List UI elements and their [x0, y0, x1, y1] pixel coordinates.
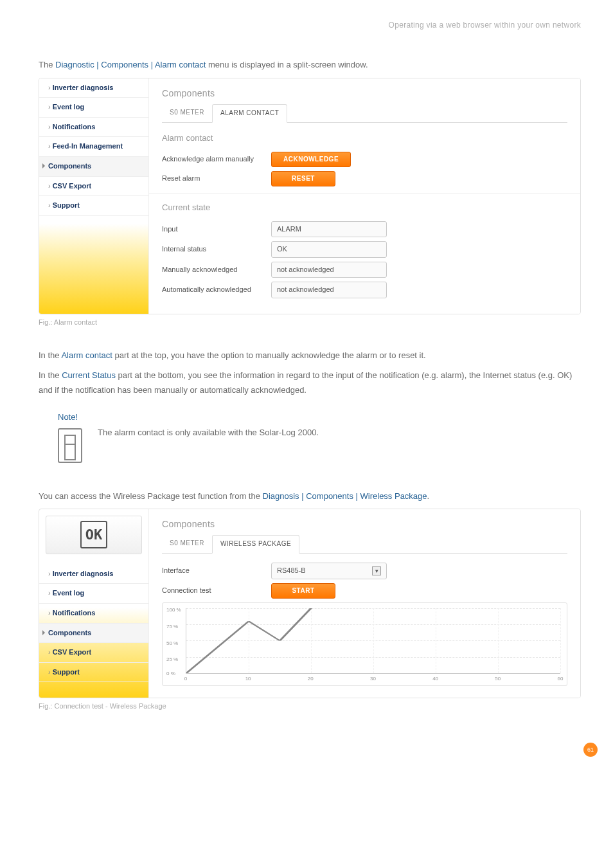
intro1-pre: The	[39, 60, 55, 69]
acknowledge-button[interactable]: ACKNOWLEDGE	[271, 152, 351, 167]
sidebar-item-notifications[interactable]: Notifications	[39, 118, 148, 138]
para1-pre: In the	[39, 350, 61, 360]
page-header: Operating via a web browser within your …	[39, 19, 581, 32]
screenshot-panel-alarm: Inverter diagnosis Event log Notificatio…	[39, 78, 581, 314]
tab-alarmcontact[interactable]: ALARM CONTACT	[212, 104, 287, 123]
intro1-blue: Diagnostic | Components | Alarm contact	[55, 60, 206, 69]
tabs: S0 METER ALARM CONTACT	[162, 104, 567, 123]
start-button[interactable]: START	[271, 583, 335, 599]
para1-blue: Alarm contact	[61, 350, 112, 360]
ok-icon: OK	[80, 521, 108, 548]
sidebar-2: Inverter diagnosis Event log Notificatio…	[39, 565, 148, 698]
screenshot-panel-wireless: OK Inverter diagnosis Event log Notifica…	[39, 509, 581, 698]
note-left: Note!	[58, 411, 82, 463]
label-reset: Reset alarm	[162, 173, 271, 185]
tabs-2: S0 METER WIRELESS PACKAGE	[162, 535, 567, 554]
value-auto-ack: not acknowledged	[271, 282, 387, 298]
note-icon	[58, 428, 82, 463]
caption-alarm: Fig.: Alarm contact	[39, 317, 581, 329]
ytick-0: 0 %	[166, 670, 175, 678]
interface-value: RS485-B	[277, 565, 306, 577]
section-current-state: Current state	[162, 201, 567, 215]
para3-blue: Diagnosis | Components | Wireless Packag…	[263, 491, 427, 501]
xtick-0: 0	[184, 675, 187, 683]
ytick-50: 50 %	[166, 639, 178, 647]
sidebar-item-inverter[interactable]: Inverter diagnosis	[39, 78, 148, 98]
label-auto-ack: Automatically acknowledged	[162, 284, 271, 296]
sidebar2-item-support[interactable]: Support	[39, 663, 148, 683]
connection-chart: 100 % 75 % 50 % 25 % 0 % 0 10 20 30 40 5…	[162, 602, 567, 686]
caption-wireless: Fig.: Connection test - Wireless Package	[39, 701, 581, 712]
para-3: You can access the Wireless Package test…	[39, 489, 581, 503]
xtick-20: 20	[308, 675, 314, 683]
sidebar2-item-eventlog[interactable]: Event log	[39, 584, 148, 604]
ytick-100: 100 %	[166, 606, 181, 615]
main-title: Components	[162, 86, 567, 100]
reset-button[interactable]: RESET	[271, 171, 335, 186]
xtick-30: 30	[370, 675, 376, 683]
xtick-60: 60	[558, 675, 564, 683]
label-internal-status: Internal status	[162, 244, 271, 255]
label-manual-ack: Manually acknowledged	[162, 264, 271, 276]
sidebar-item-support[interactable]: Support	[39, 196, 148, 216]
tab-s0meter[interactable]: S0 METER	[162, 104, 212, 122]
chart-line	[186, 608, 560, 673]
sidebar-item-feedin[interactable]: Feed-In Management	[39, 137, 148, 157]
label-input: Input	[162, 224, 271, 235]
xtick-50: 50	[495, 675, 501, 683]
ytick-75: 75 %	[166, 623, 178, 631]
main-area-wireless: Components S0 METER WIRELESS PACKAGE Int…	[148, 509, 580, 698]
value-internal-status: OK	[271, 241, 387, 258]
sidebar-item-components[interactable]: Components	[39, 157, 148, 177]
para-2: In the Current Status part at the bottom…	[39, 368, 581, 398]
label-interface: Interface	[162, 565, 271, 577]
para2-blue: Current Status	[62, 370, 116, 380]
sidebar2-item-notifications[interactable]: Notifications	[39, 604, 148, 624]
divider	[149, 193, 580, 194]
sidebar-item-csvexport[interactable]: CSV Export	[39, 177, 148, 197]
tab2-wireless[interactable]: WIRELESS PACKAGE	[212, 535, 299, 554]
interface-select[interactable]: RS485-B ▾	[271, 563, 387, 579]
para2-pre: In the	[39, 370, 62, 380]
para1-post: part at the top, you have the option to …	[112, 350, 426, 360]
sidebar2-item-components[interactable]: Components	[39, 624, 148, 644]
ytick-25: 25 %	[166, 656, 178, 664]
sidebar-gradient	[39, 224, 148, 314]
sidebar2-item-csvexport[interactable]: CSV Export	[39, 643, 148, 663]
section-alarm-contact: Alarm contact	[162, 132, 567, 145]
chart-grid	[186, 608, 560, 674]
sidebar2-item-inverter[interactable]: Inverter diagnosis	[39, 565, 148, 584]
label-connection-test: Connection test	[162, 585, 271, 597]
logo-box: OK	[46, 516, 142, 554]
para3-post: .	[427, 491, 430, 501]
tab2-s0meter[interactable]: S0 METER	[162, 535, 212, 553]
dropdown-arrow-icon: ▾	[372, 566, 381, 575]
note-text: The alarm contact is only available with…	[98, 425, 319, 440]
para3-pre: You can access the Wireless Package test…	[39, 491, 263, 501]
note-title: Note!	[58, 411, 82, 424]
xtick-10: 10	[245, 675, 251, 683]
note-block: Note! The alarm contact is only availabl…	[58, 411, 581, 463]
xtick-40: 40	[432, 675, 438, 683]
intro-text-1: The Diagnostic | Components | Alarm cont…	[39, 57, 581, 72]
sidebar: Inverter diagnosis Event log Notificatio…	[39, 78, 148, 314]
main-title-2: Components	[162, 517, 567, 531]
value-input: ALARM	[271, 221, 387, 238]
para2-post: part at the bottom, you see the informat…	[39, 370, 572, 395]
label-ack-manual: Acknowledge alarm manually	[162, 154, 271, 165]
para-1: In the Alarm contact part at the top, yo…	[39, 348, 581, 363]
logo-area: OK	[39, 509, 148, 565]
sidebar-item-eventlog[interactable]: Event log	[39, 98, 148, 118]
page-number: 61	[583, 743, 598, 757]
intro1-post: menu is displayed in a split-screen wind…	[206, 60, 368, 69]
value-manual-ack: not acknowledged	[271, 262, 387, 278]
main-area-alarm: Components S0 METER ALARM CONTACT Alarm …	[148, 78, 580, 314]
